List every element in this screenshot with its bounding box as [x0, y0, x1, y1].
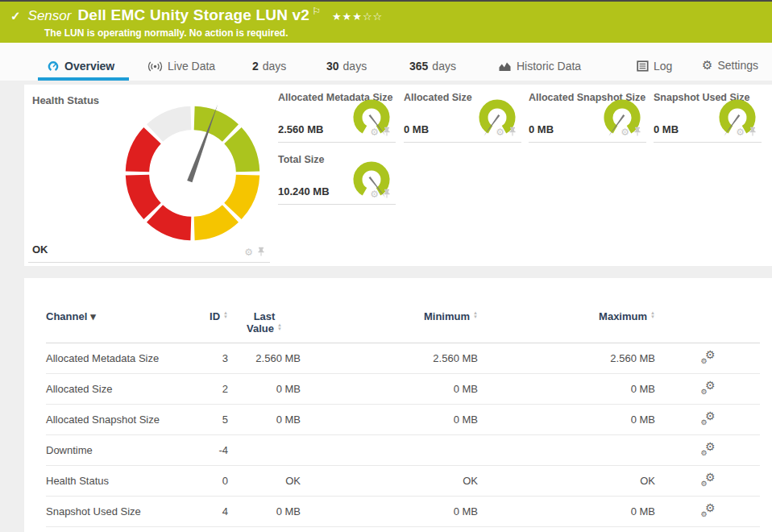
panel-pin-icon[interactable] [383, 127, 391, 136]
panel-gear-icon[interactable] [621, 124, 629, 139]
cell-minimum: 0 MB [301, 497, 478, 527]
table-row: Allocated Snapshot Size 5 0 MB 0 MB 0 MB [46, 405, 760, 435]
sensor-status-banner: Sensor Dell EMC Unity Storage LUN v2 ★★★… [0, 2, 772, 43]
channel-value: 0 MB [529, 123, 554, 135]
cell-last-value: 2.560 MB [228, 343, 301, 374]
panel-pin-icon[interactable] [257, 247, 265, 256]
object-kind-label: Sensor [28, 8, 72, 24]
panel-gear-icon[interactable] [244, 244, 253, 259]
table-row: Downtime -4 [46, 435, 760, 466]
tab-historic-data[interactable]: Historic Data [498, 60, 581, 73]
panel-allocated-snapshot-size: Allocated Snapshot Size 0 MB [529, 89, 646, 143]
panel-gear-icon[interactable] [370, 124, 379, 139]
cell-channel[interactable]: Allocated Metadata Size [46, 343, 183, 374]
panel-total-size: Total Size 10.240 MB [278, 151, 396, 205]
panel-snapshot-used-size: Snapshot Used Size 0 MB [654, 89, 762, 143]
cell-channel[interactable]: Health Status [46, 466, 183, 497]
priority-stars[interactable]: ★★★☆☆ [332, 10, 383, 23]
sort-arrows-icon [473, 311, 478, 319]
flag-icon[interactable] [312, 6, 321, 17]
tab-number: 2 [252, 60, 259, 73]
tab-number: 30 [326, 60, 339, 73]
channel-value: 0 MB [654, 123, 679, 135]
tab-label: Log [654, 60, 672, 73]
channels-table: Channel ID LastValue Minimum Maximum All… [46, 309, 760, 532]
cell-maximum: 0 MB [478, 497, 655, 527]
header-id[interactable]: ID [183, 309, 228, 343]
overview-gauges-card: Health Status OK Allocated Metadata Size… [24, 85, 772, 266]
cell-maximum [478, 435, 655, 466]
panel-title: Allocated Size [404, 92, 472, 103]
cell-minimum: OK [301, 466, 478, 497]
tab-365-days[interactable]: 365 days [409, 60, 456, 73]
cell-id: 2 [183, 374, 228, 405]
health-status-value: OK [32, 243, 48, 256]
panel-pin-icon[interactable] [383, 189, 391, 198]
panel-allocated-metadata-size: Allocated Metadata Size 2.560 MB [278, 89, 396, 143]
cell-last-value: 10.240 MB [228, 527, 301, 532]
channel-settings-gears-icon[interactable] [700, 351, 716, 364]
channel-settings-gears-icon[interactable] [700, 443, 716, 455]
panel-title: Health Status [32, 94, 99, 106]
header-actions [655, 309, 760, 343]
cell-last-value: 0 MB [228, 405, 301, 435]
cell-last-value: 0 MB [228, 497, 301, 527]
header-maximum[interactable]: Maximum [478, 309, 655, 343]
sort-arrows-icon [277, 323, 282, 331]
cell-maximum: OK [478, 466, 655, 497]
cell-channel[interactable]: Total Size [46, 527, 183, 532]
cell-minimum: 10.240 MB [301, 527, 478, 532]
channel-value: 2.560 MB [278, 123, 323, 135]
tab-30-days[interactable]: 30 days [326, 60, 367, 73]
sort-caret-icon [87, 310, 96, 322]
tab-label: days [263, 60, 287, 73]
tab-2-days[interactable]: 2 days [252, 60, 286, 73]
cell-channel[interactable]: Allocated Size [46, 374, 183, 405]
table-header-row: Channel ID LastValue Minimum Maximum [46, 309, 760, 343]
status-ok-check-icon [10, 9, 21, 23]
sensor-title: Dell EMC Unity Storage LUN v2 [77, 6, 309, 24]
cell-channel[interactable]: Downtime [46, 435, 183, 466]
stars-empty[interactable]: ☆☆ [363, 10, 383, 23]
channel-settings-gears-icon[interactable] [700, 412, 716, 425]
channel-settings-gears-icon[interactable] [700, 473, 716, 486]
cell-maximum: 10.240 MB [478, 527, 655, 532]
panel-pin-icon[interactable] [508, 127, 517, 136]
panel-pin-icon[interactable] [633, 127, 641, 136]
cell-minimum: 2.560 MB [301, 343, 478, 374]
table-row: Snapshot Used Size 4 0 MB 0 MB 0 MB [46, 497, 760, 527]
panel-gear-icon[interactable] [496, 124, 504, 139]
health-status-panel: Health Status OK [28, 91, 270, 263]
tab-label: Historic Data [517, 60, 581, 73]
cell-channel[interactable]: Allocated Snapshot Size [46, 405, 183, 435]
gear-icon [702, 58, 712, 73]
tab-label: Overview [64, 60, 114, 73]
tab-number: 365 [409, 60, 428, 73]
tab-overview[interactable]: Overview [47, 60, 114, 73]
channel-settings-gears-icon[interactable] [700, 504, 716, 517]
panel-gear-icon[interactable] [370, 186, 379, 201]
sort-arrows-icon [650, 311, 655, 319]
cell-id: 5 [183, 405, 228, 435]
panel-title: Total Size [278, 154, 324, 165]
log-list-icon [637, 60, 649, 72]
channel-value: 0 MB [404, 123, 429, 135]
tab-live-data[interactable]: Live Data [147, 60, 215, 73]
sort-arrows-icon [223, 311, 228, 319]
stars-filled[interactable]: ★★★ [332, 10, 363, 23]
tab-label: days [432, 60, 456, 73]
header-channel[interactable]: Channel [46, 309, 183, 343]
tab-settings[interactable]: Settings [702, 58, 758, 73]
health-status-gauge [116, 97, 269, 250]
panel-gear-icon[interactable] [736, 124, 745, 139]
cell-minimum: 0 MB [301, 374, 478, 405]
cell-channel[interactable]: Snapshot Used Size [46, 497, 183, 527]
cell-last-value: 0 MB [228, 374, 301, 405]
header-last-value[interactable]: LastValue [228, 309, 301, 343]
channel-settings-gears-icon[interactable] [700, 381, 716, 394]
panel-pin-icon[interactable] [749, 127, 757, 136]
tab-log[interactable]: Log [637, 60, 672, 73]
tab-label: days [343, 60, 367, 73]
header-minimum[interactable]: Minimum [301, 309, 478, 343]
cell-minimum: 0 MB [301, 405, 478, 435]
